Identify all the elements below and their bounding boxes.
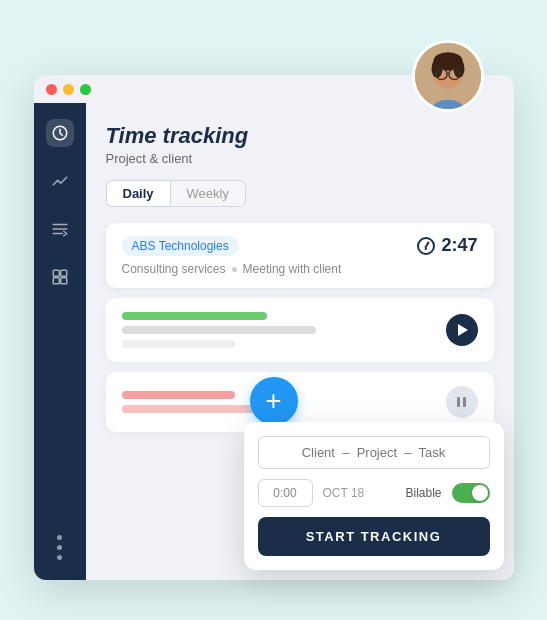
svg-rect-20 [60, 278, 66, 284]
time-display: 2:47 [441, 235, 477, 256]
sidebar-item-grid[interactable] [46, 263, 74, 291]
toggle-track [452, 483, 490, 503]
minimize-dot[interactable] [63, 84, 74, 95]
tabs: Daily Weekly [106, 180, 494, 207]
close-dot[interactable] [46, 84, 57, 95]
sidebar-dot-2 [57, 545, 62, 550]
play-button[interactable] [446, 314, 478, 346]
add-button[interactable]: + [250, 377, 298, 425]
dot-separator [232, 267, 237, 272]
svg-line-12 [459, 73, 462, 74]
sidebar-dot-1 [57, 535, 62, 540]
sidebar-item-chart[interactable] [46, 167, 74, 195]
entry-card: ABS Technologies 2:47 Consulting service… [106, 223, 494, 288]
start-tracking-button[interactable]: START TRACKING [258, 517, 490, 556]
pause-button[interactable] [446, 386, 478, 418]
bilable-label: Bilable [405, 486, 441, 500]
entry-top: ABS Technologies 2:47 [122, 235, 478, 256]
toggle-thumb [472, 485, 488, 501]
tab-weekly[interactable]: Weekly [170, 180, 246, 207]
sidebar-item-timer[interactable] [46, 119, 74, 147]
pause-bar-left [457, 397, 460, 407]
pause-bar-right [463, 397, 466, 407]
gray-bar-1 [122, 326, 316, 334]
entry-meeting: Meeting with client [243, 262, 342, 276]
sidebar-dots [57, 535, 62, 560]
svg-point-7 [444, 53, 459, 66]
pink-bar-1 [122, 391, 235, 399]
sidebar [34, 103, 86, 580]
clock-icon [417, 237, 435, 255]
page-title: Time tracking [106, 123, 494, 149]
time-input[interactable] [258, 479, 313, 507]
entry-tag[interactable]: ABS Technologies [122, 236, 239, 256]
sidebar-item-list[interactable] [46, 215, 74, 243]
entry-service: Consulting services [122, 262, 226, 276]
blurred-content-1 [122, 312, 446, 348]
green-bar [122, 312, 268, 320]
task-input[interactable] [258, 436, 490, 469]
entry-meta: Consulting services Meeting with client [122, 262, 478, 276]
blurred-card-1 [106, 298, 494, 362]
avatar [412, 40, 484, 112]
svg-rect-18 [60, 270, 66, 276]
svg-rect-19 [53, 278, 59, 284]
entry-time: 2:47 [417, 235, 477, 256]
tab-daily[interactable]: Daily [106, 180, 170, 207]
gray-bar-2 [122, 340, 235, 348]
sidebar-dot-3 [57, 555, 62, 560]
scene: Time tracking Project & client Daily Wee… [34, 40, 514, 580]
bilable-toggle[interactable] [452, 483, 490, 503]
svg-line-11 [433, 73, 436, 74]
svg-rect-17 [53, 270, 59, 276]
popup-row: OCT 18 Bilable [258, 479, 490, 507]
date-label: OCT 18 [323, 486, 396, 500]
page-subtitle: Project & client [106, 151, 494, 166]
popup-card: OCT 18 Bilable START TRACKING [244, 422, 504, 570]
maximize-dot[interactable] [80, 84, 91, 95]
